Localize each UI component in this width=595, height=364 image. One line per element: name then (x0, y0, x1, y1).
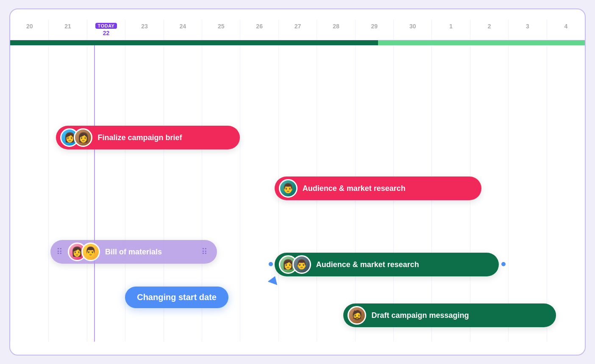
task-draft-campaign-messaging[interactable]: 🧔Draft campaign messaging (343, 303, 556, 327)
col-label-26: 26 (240, 19, 278, 40)
avatar-group: 👩👨 (279, 255, 311, 274)
tooltip-arrow (268, 274, 280, 285)
col-label-3: 3 (508, 19, 546, 40)
grid-col-2 (87, 45, 125, 342)
col-label-23: 23 (125, 19, 163, 40)
drag-dot-left (269, 262, 273, 266)
task-finalize-campaign-brief[interactable]: 👩👩Finalize campaign brief (56, 126, 240, 149)
progress-remaining (378, 40, 585, 45)
task-audience-market-research-1[interactable]: 👨Audience & market research (275, 176, 481, 200)
task-audience-market-research-2[interactable]: 👩👨Audience & market research (275, 253, 499, 276)
task-label: Draft campaign messaging (371, 311, 469, 320)
tooltip-bubble: Changing start date (125, 287, 228, 308)
today-badge: TODAY (95, 23, 117, 29)
avatar-group: 🧔 (348, 306, 366, 325)
col-label-20: 20 (10, 19, 48, 40)
col-label-25: 25 (202, 19, 240, 40)
gantt-body: 👩👩Finalize campaign brief👨Audience & mar… (10, 45, 585, 342)
col-label-1: 1 (431, 19, 470, 40)
avatar: 👩 (74, 128, 92, 147)
grid-col-13 (508, 45, 546, 342)
col-label-28: 28 (317, 19, 355, 40)
gantt-title (10, 9, 585, 19)
drag-handle-left[interactable]: ⠿ (55, 247, 64, 257)
avatar: 🧔 (348, 306, 366, 325)
grid-col-14 (547, 45, 585, 342)
col-label-27: 27 (278, 19, 317, 40)
avatar: 👨 (292, 255, 311, 274)
task-bill-of-materials[interactable]: ⠿👩👨Bill of materials⠿ (50, 240, 217, 264)
avatar-group: 👨 (279, 179, 298, 198)
task-label: Audience & market research (316, 260, 419, 269)
drag-dot-right (501, 262, 506, 266)
progress-bar-row (10, 40, 585, 45)
gantt-header: 2021TODAY2223242526272829301234 (10, 19, 585, 40)
avatar-group: 👩👩 (60, 128, 92, 147)
grid-col-0 (10, 45, 48, 342)
avatar-group: 👩👨 (68, 243, 100, 261)
grid-col-6 (240, 45, 278, 342)
task-label: Finalize campaign brief (97, 133, 182, 142)
task-label: Bill of materials (105, 248, 162, 256)
col-label-21: 21 (48, 19, 86, 40)
drag-handle-right[interactable]: ⠿ (200, 247, 209, 257)
avatar: 👨 (81, 243, 100, 261)
col-label-22: TODAY22 (87, 19, 125, 40)
col-label-29: 29 (355, 19, 393, 40)
col-label-30: 30 (393, 19, 431, 40)
today-line (94, 45, 95, 342)
grid-col-1 (48, 45, 86, 342)
col-label-2: 2 (470, 19, 508, 40)
avatar: 👨 (279, 179, 298, 198)
progress-filled (10, 40, 378, 45)
col-label-4: 4 (547, 19, 585, 40)
col-label-24: 24 (164, 19, 202, 40)
task-label: Audience & market research (303, 184, 406, 193)
gantt-container: 2021TODAY2223242526272829301234 👩👩Finali… (9, 8, 586, 356)
